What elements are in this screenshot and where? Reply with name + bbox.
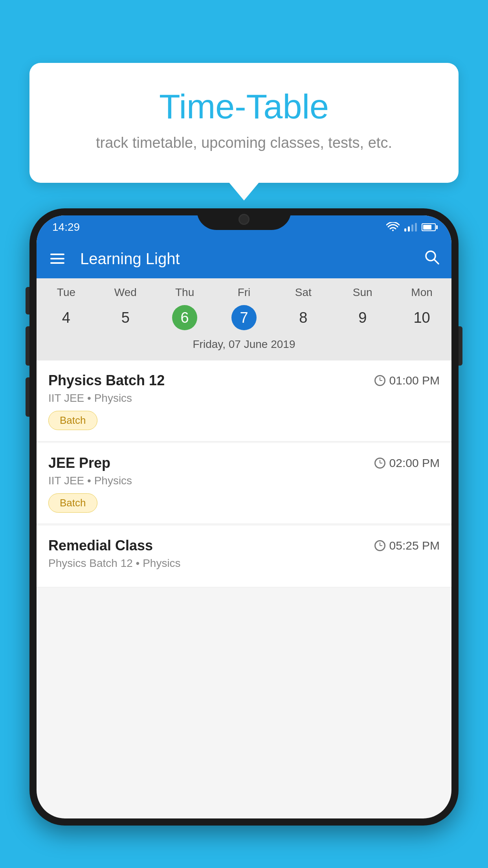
tooltip-title: Time-Table (49, 86, 439, 127)
menu-button[interactable] (48, 252, 66, 266)
schedule-item-2-header: JEE Prep 02:00 PM (48, 455, 440, 471)
status-time: 14:29 (52, 221, 80, 234)
day-5[interactable]: 5 (96, 302, 155, 333)
day-7-selected[interactable]: 7 (215, 302, 274, 333)
schedule-item-1-time-text: 01:00 PM (389, 374, 440, 387)
schedule-item-1-title: Physics Batch 12 (48, 372, 165, 389)
schedule-item-3[interactable]: Remedial Class 05:25 PM Physics Batch 12… (37, 526, 451, 587)
day-numbers: 4 5 6 7 8 9 10 (37, 302, 451, 333)
front-camera (238, 214, 250, 225)
schedule-item-1-time: 01:00 PM (374, 374, 440, 387)
day-header-thu: Thu (155, 286, 215, 299)
app-bar: Learning Light (37, 239, 451, 278)
signal-icon (404, 223, 417, 232)
tooltip-subtitle: track timetable, upcoming classes, tests… (49, 134, 439, 151)
schedule-item-3-time: 05:25 PM (374, 539, 440, 552)
schedule-list: Physics Batch 12 01:00 PM IIT JEE • Phys… (37, 360, 451, 589)
volume-down-button (26, 377, 29, 417)
day-header-sat: Sat (273, 286, 333, 299)
day-9[interactable]: 9 (333, 302, 392, 333)
schedule-item-1-badge: Batch (48, 411, 97, 430)
schedule-item-2-time: 02:00 PM (374, 456, 440, 470)
day-6-today[interactable]: 6 (155, 302, 215, 333)
schedule-item-3-subtitle: Physics Batch 12 • Physics (48, 557, 440, 570)
day-header-fri: Fri (215, 286, 274, 299)
day-8[interactable]: 8 (273, 302, 333, 333)
schedule-item-2-subtitle: IIT JEE • Physics (48, 474, 440, 487)
clock-icon-1 (374, 375, 385, 386)
schedule-item-3-title: Remedial Class (48, 537, 153, 554)
app-title: Learning Light (80, 250, 416, 268)
day-10[interactable]: 10 (392, 302, 451, 333)
battery-icon (422, 223, 436, 231)
calendar-strip: Tue Wed Thu Fri Sat Sun Mon 4 5 6 7 8 (37, 278, 451, 360)
search-button[interactable] (424, 249, 440, 268)
status-icons (386, 222, 436, 232)
schedule-item-3-header: Remedial Class 05:25 PM (48, 537, 440, 554)
wifi-icon (386, 222, 400, 232)
schedule-item-2-time-text: 02:00 PM (389, 456, 440, 470)
day-headers: Tue Wed Thu Fri Sat Sun Mon (37, 286, 451, 299)
phone-screen: 14:29 (37, 215, 451, 818)
schedule-item-2-badge: Batch (48, 493, 97, 513)
svg-line-1 (434, 259, 438, 264)
day-header-tue: Tue (37, 286, 96, 299)
phone-mockup: 14:29 (29, 208, 459, 868)
volume-up-button (26, 326, 29, 366)
schedule-item-1-subtitle: IIT JEE • Physics (48, 392, 440, 405)
tooltip-card: Time-Table track timetable, upcoming cla… (29, 63, 459, 183)
day-4[interactable]: 4 (37, 302, 96, 333)
day-header-wed: Wed (96, 286, 155, 299)
day-header-mon: Mon (392, 286, 451, 299)
clock-icon-2 (374, 458, 385, 469)
schedule-item-3-time-text: 05:25 PM (389, 539, 440, 552)
day-header-sun: Sun (333, 286, 392, 299)
selected-date: Friday, 07 June 2019 (37, 333, 451, 355)
schedule-item-1-header: Physics Batch 12 01:00 PM (48, 372, 440, 389)
schedule-item-2[interactable]: JEE Prep 02:00 PM IIT JEE • Physics Batc… (37, 443, 451, 524)
power-button (459, 326, 462, 366)
clock-icon-3 (374, 540, 385, 551)
schedule-item-2-title: JEE Prep (48, 455, 110, 471)
schedule-item-1[interactable]: Physics Batch 12 01:00 PM IIT JEE • Phys… (37, 360, 451, 441)
phone-notch (197, 208, 291, 230)
mute-button (26, 287, 29, 314)
